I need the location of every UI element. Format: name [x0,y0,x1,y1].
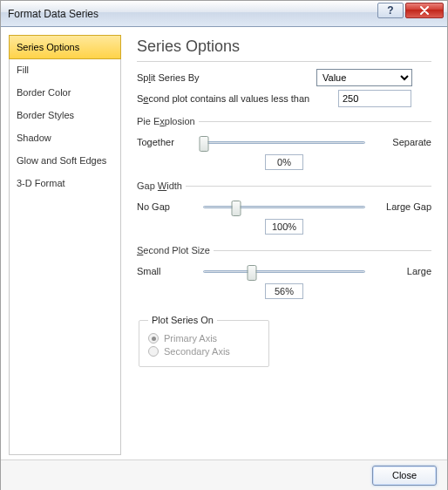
pie-explosion-group: Pie Explosion Together Separate 0% [137,116,431,172]
sidebar-item[interactable]: Fill [10,58,120,81]
close-window-button[interactable] [405,3,444,18]
pie-explosion-max-label: Separate [372,137,431,147]
plot-series-on-legend: Plot Series On [148,315,217,325]
close-button[interactable]: Close [372,466,437,486]
primary-axis-radio: Primary Axis [148,333,260,344]
gap-width-legend: Gap Width [137,180,186,191]
second-plot-size-legend: Second Plot Size [137,245,214,255]
pie-explosion-legend: Pie Explosion [137,116,199,126]
second-plot-max-label: Large [372,266,431,276]
dialog-window: Format Data Series ? Series OptionsFillB… [0,0,448,490]
window-title: Format Data Series [8,8,377,20]
less-than-label: Second plot contains all values less tha… [137,93,333,104]
second-plot-slider[interactable] [203,262,365,280]
sidebar-item[interactable]: 3-D Format [10,172,120,194]
gap-width-max-label: Large Gap [372,201,431,212]
secondary-axis-label: Secondary Axis [164,346,230,357]
second-plot-min-label: Small [137,266,196,276]
gap-width-group: Gap Width No Gap Large Gap 100% [137,180,431,236]
radio-icon [148,333,159,344]
split-by-select[interactable]: PositionValuePercentage valueCustom [316,69,412,86]
gap-width-value[interactable]: 100% [265,219,303,235]
gap-width-min-label: No Gap [137,201,196,212]
pie-explosion-slider[interactable] [203,133,365,151]
gap-width-slider[interactable] [203,198,365,215]
secondary-axis-radio: Secondary Axis [148,346,260,357]
dialog-footer: Close [1,459,447,490]
sidebar-item[interactable]: Series Options [9,35,121,59]
main-pane: Series Options Split Series By PositionV… [121,27,447,459]
split-by-label: Split Series By [137,72,311,83]
help-button[interactable]: ? [377,3,404,18]
titlebar-buttons: ? [377,1,447,26]
pie-explosion-value[interactable]: 0% [265,154,303,170]
sidebar: Series OptionsFillBorder ColorBorder Sty… [1,27,121,459]
close-icon [419,6,430,15]
primary-axis-label: Primary Axis [164,333,217,344]
pie-explosion-min-label: Together [137,137,196,147]
second-plot-size-group: Second Plot Size Small Large 56% [137,245,431,301]
radio-icon [148,346,159,357]
sidebar-item[interactable]: Border Styles [10,104,120,126]
sidebar-item[interactable]: Shadow [10,126,120,149]
second-plot-value[interactable]: 56% [265,283,303,299]
sidebar-item[interactable]: Border Color [10,81,120,104]
less-than-input[interactable] [338,90,411,107]
titlebar: Format Data Series ? [1,1,447,27]
sidebar-item[interactable]: Glow and Soft Edges [10,149,120,172]
plot-series-on-group: Plot Series On Primary Axis Secondary Ax… [139,315,269,367]
pane-title: Series Options [137,37,431,62]
